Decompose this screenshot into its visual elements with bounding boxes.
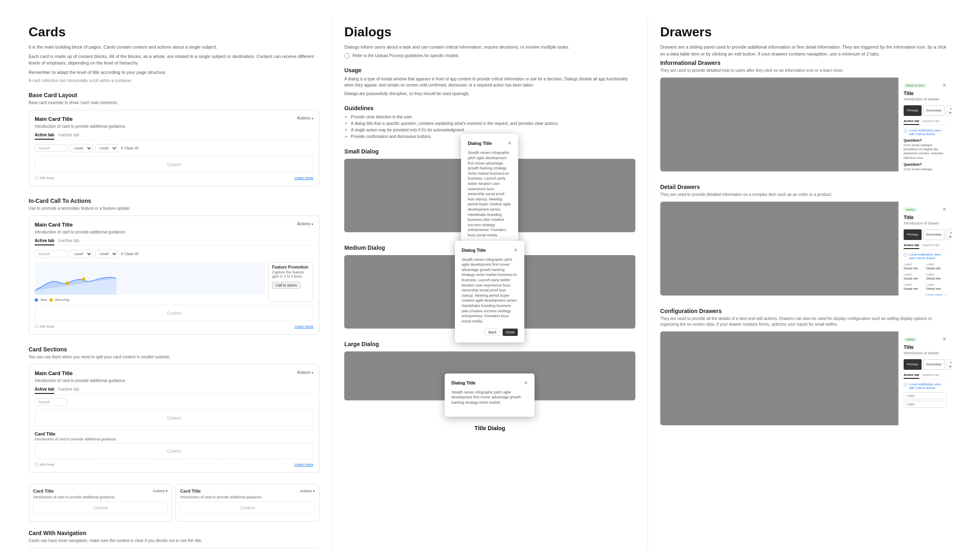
info-drawer-intro: Introduction of drawer — [904, 97, 947, 102]
dialog-usage-text2: Dialogs are purposefully disruptive, so … — [344, 91, 635, 97]
cs-search-input[interactable]: Search — [35, 398, 67, 406]
info-drawer-close-button[interactable]: ✕ — [942, 82, 947, 88]
tc-card1-actions[interactable]: Actions ▾ — [153, 489, 168, 493]
call-to-action-button[interactable]: Call to action — [272, 282, 301, 289]
cs-actions-button[interactable]: Actions — [297, 370, 314, 375]
detail-drawer-learn-more[interactable]: Learn more → — [904, 293, 947, 295]
cs-content-area-2: Content — [35, 443, 313, 459]
feature-promo-title: Feature Promotion — [272, 265, 310, 269]
title-dialog-label: Title Dialog — [344, 425, 635, 431]
medium-dialog-done-button[interactable]: Done — [503, 329, 518, 336]
card-info-area: ☐ info Area — [35, 176, 54, 180]
card-search-input[interactable]: Search — [35, 144, 67, 152]
info-drawer-tab-active[interactable]: Active tab — [904, 119, 919, 125]
in-card-filter-select[interactable]: Level — [95, 250, 118, 258]
card-actions-button[interactable]: Actions — [297, 116, 314, 120]
medium-dialog-back-button[interactable]: Back — [485, 329, 500, 336]
cs-tab-active[interactable]: Active tab — [35, 387, 54, 394]
cs-card-tabs: Active tab Inactive tab — [35, 387, 313, 394]
config-input-2[interactable] — [904, 401, 947, 408]
small-dialog-close-button[interactable]: ✕ — [508, 140, 512, 146]
dialogs-refer-link[interactable]: i Refer to the Upload Process guidelines… — [344, 53, 635, 59]
tc-card1-content: Content — [33, 502, 168, 514]
config-input-1[interactable] — [904, 392, 947, 399]
config-drawer-actions: Primary Secondary More actions ▾ — [904, 359, 947, 370]
detail-drawer-secondary-button[interactable]: Secondary — [923, 229, 944, 240]
detail-drawer-tab-active[interactable]: Active tab — [904, 243, 919, 249]
in-card-tab-active[interactable]: Active tab — [35, 238, 54, 245]
in-card-intro: Introduction of card to provide addition… — [35, 229, 313, 235]
info-drawer-secondary-button[interactable]: Secondary — [923, 105, 944, 116]
detail-drawer-info-text: Local notification view with Call-to-Act… — [909, 253, 947, 260]
guideline-item-3: A single action may be provided only if … — [351, 127, 635, 133]
in-card-search[interactable]: Search — [35, 250, 67, 258]
drawers-title: Drawers — [660, 24, 951, 40]
tc-card2-actions[interactable]: Actions ▾ — [300, 489, 315, 493]
informational-drawer-panel: What is next ✕ Title Introduction of dra… — [898, 78, 951, 171]
dialog-guidelines-title: Guidelines — [344, 105, 635, 111]
large-dialog-close-button[interactable]: ✕ — [524, 380, 528, 386]
cs-checkbox-icon: ☐ — [35, 462, 38, 467]
tc-card2-content: Content — [180, 502, 315, 514]
base-card-title: Base Card Layout — [29, 92, 319, 98]
config-drawer-tab-active[interactable]: Active tab — [904, 373, 919, 379]
card-filter-select[interactable]: Level — [95, 144, 118, 152]
detail-drawer-panel: status ✕ Title Introduction of drawer Pr… — [898, 202, 951, 295]
cards-section: Cards It is the main building block of p… — [16, 16, 332, 551]
info-drawer-primary-button[interactable]: Primary — [904, 105, 922, 116]
config-drawer-inputs — [904, 392, 947, 409]
card-level-select[interactable]: Level — [70, 144, 93, 152]
small-dialog-header: Dialog Title ✕ — [468, 140, 512, 146]
in-card-learn-more-link[interactable]: Learn more — [294, 324, 313, 329]
info-drawer-tab-inactive[interactable]: Inactive tab — [922, 119, 939, 125]
info-drawer-more-button[interactable]: More actions ▾ — [946, 105, 951, 116]
in-card-cta-subsection: In-Card Call To Actions Use to promote a… — [29, 198, 319, 335]
cs-card-intro: Introduction of card to provide addition… — [35, 378, 313, 384]
card-clear-button[interactable]: ✕ Clear All — [120, 146, 138, 150]
config-drawer-primary-button[interactable]: Primary — [904, 359, 922, 370]
config-drawer-close-button[interactable]: ✕ — [942, 336, 947, 342]
detail-drawer-tab-inactive[interactable]: Inactive tab — [922, 243, 939, 249]
detail-drawer-more-button[interactable]: More actions ▾ — [946, 229, 951, 240]
in-card-tab-inactive[interactable]: Inactive tab — [58, 238, 79, 245]
medium-dialog-demo-area: Dialog Title ✕ Stealth ramen infographic… — [344, 255, 635, 329]
small-dialog-box: Dialog Title ✕ Stealth ramen infographic… — [461, 134, 518, 256]
svg-point-0 — [66, 282, 69, 285]
info-icon: i — [344, 53, 350, 59]
in-card-clear-button[interactable]: ✕ Clear All — [120, 252, 138, 256]
in-card-header: Main Card Title Actions — [35, 222, 313, 228]
config-drawer-more-button[interactable]: More actions ▾ — [946, 359, 951, 370]
detail-drawers-title: Detail Drawers — [660, 184, 951, 190]
card-sections-title: Card Sections — [29, 346, 319, 353]
card-learn-more-link[interactable]: Learn more — [294, 176, 313, 180]
detail-drawer-demo: status ✕ Title Introduction of drawer Pr… — [660, 202, 951, 295]
in-card-level-select[interactable]: Level — [70, 250, 93, 258]
card-tab-inactive[interactable]: Inactive tab — [58, 133, 79, 140]
in-card-footer: ☐ info Area Learn more — [35, 324, 313, 329]
detail-drawer-close-button[interactable]: ✕ — [942, 207, 947, 212]
config-drawer-secondary-button[interactable]: Secondary — [923, 359, 944, 370]
cs-learn-more-link[interactable]: Learn more — [294, 462, 313, 467]
detail-drawer-grid: Label Detail info Label Detail info Labe… — [904, 262, 947, 291]
card-tab-active[interactable]: Active tab — [35, 133, 54, 140]
small-dialog-title: Dialog Title — [468, 141, 492, 146]
card-nav-title: Card With Navigation — [29, 530, 319, 536]
config-drawer-tab-inactive[interactable]: Inactive tab — [922, 373, 939, 379]
config-drawer-tabs: Active tab Inactive tab — [904, 373, 947, 379]
legend-recurring-label: Recurring — [55, 298, 69, 302]
drawer-main-content-detail — [660, 202, 898, 295]
info-drawer-status-badge: What is next — [904, 83, 927, 88]
large-dialog-box: Dialog Title ✕ Stealth ramen infographic… — [445, 373, 535, 417]
legend-new-label: New — [40, 298, 47, 302]
detail-drawers-desc: They are used to provide detailed inform… — [660, 192, 951, 198]
in-card-content-area: Content — [35, 305, 313, 321]
detail-drawers-subsection: Detail Drawers They are used to provide … — [660, 184, 951, 295]
medium-dialog-close-button[interactable]: ✕ — [514, 247, 518, 253]
small-dialog-body: Stealth ramen infographic pitch agile de… — [468, 150, 512, 238]
cs-tab-inactive[interactable]: Inactive tab — [58, 387, 79, 394]
detail-drawer-primary-button[interactable]: Primary — [904, 229, 922, 240]
medium-dialog-header: Dialog Title ✕ — [461, 247, 518, 253]
cards-desc1: It is the main building block of pages. … — [29, 44, 319, 51]
tc-card1-intro: Introduction of card to provide addition… — [33, 495, 168, 499]
in-card-actions-button[interactable]: Actions — [297, 222, 314, 226]
